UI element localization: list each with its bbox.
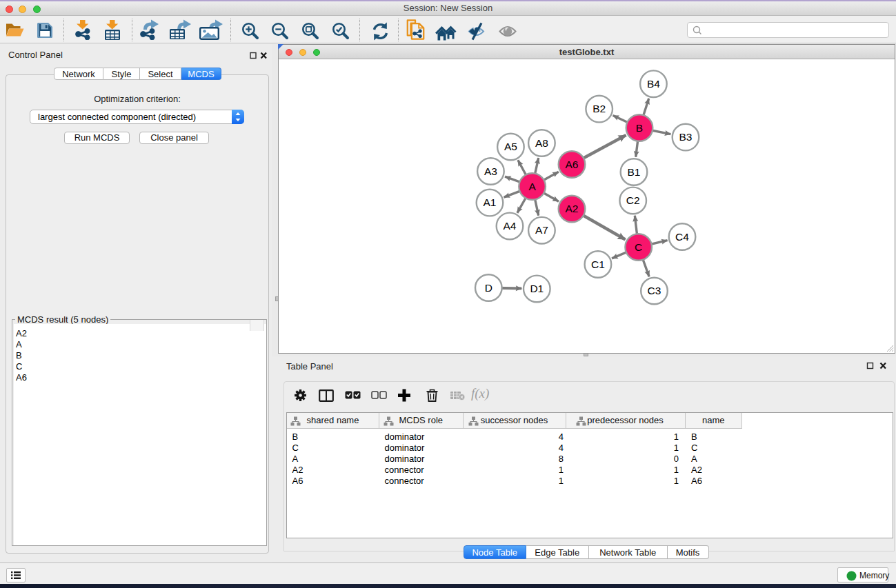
svg-text:A7: A7 bbox=[535, 224, 548, 236]
svg-text:C1: C1 bbox=[591, 258, 605, 270]
svg-text:C: C bbox=[635, 241, 642, 252]
svg-text:D1: D1 bbox=[530, 283, 544, 294]
svg-text:B1: B1 bbox=[628, 165, 641, 177]
svg-text:C3: C3 bbox=[648, 285, 661, 296]
svg-text:A3: A3 bbox=[484, 165, 497, 176]
svg-text:A6: A6 bbox=[566, 158, 579, 170]
svg-text:B4: B4 bbox=[647, 77, 660, 89]
svg-text:A8: A8 bbox=[535, 136, 548, 148]
svg-text:D: D bbox=[485, 281, 492, 293]
svg-text:B3: B3 bbox=[679, 131, 693, 143]
svg-text:C2: C2 bbox=[626, 194, 640, 206]
svg-text:A: A bbox=[528, 180, 536, 192]
svg-text:C4: C4 bbox=[675, 230, 689, 242]
svg-text:A4: A4 bbox=[504, 220, 517, 232]
svg-text:A1: A1 bbox=[484, 196, 497, 208]
svg-text:A5: A5 bbox=[504, 141, 517, 152]
svg-text:B: B bbox=[636, 121, 643, 133]
svg-text:B2: B2 bbox=[593, 103, 606, 114]
svg-text:A2: A2 bbox=[566, 203, 579, 214]
